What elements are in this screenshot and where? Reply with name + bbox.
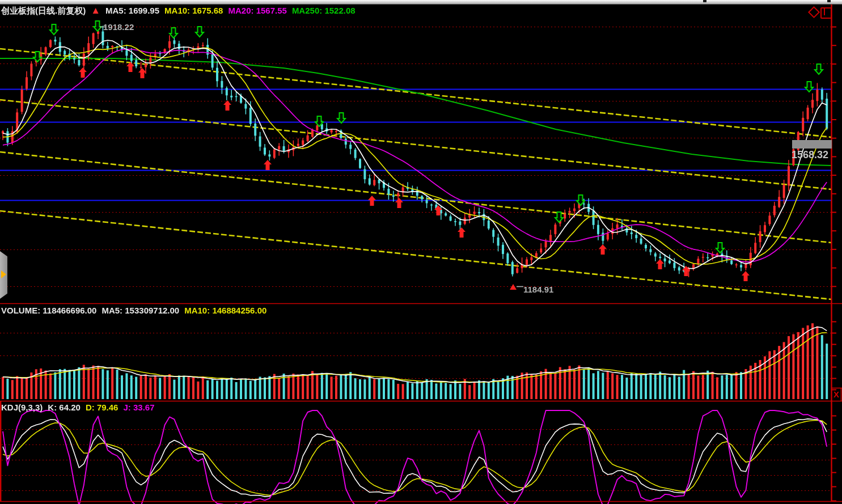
diamond-icon[interactable] — [809, 7, 819, 17]
stock-chart-window: 创业板指(日线.前复权)▲MA5: 1699.95MA10: 1675.68MA… — [0, 0, 842, 504]
symbol-title: 创业板指(日线.前复权) — [1, 6, 86, 15]
kdj-j-value: J: 33.67 — [123, 403, 154, 412]
volume-pane-header: VOLUME: 118466696.00MA5: 153309712.00MA1… — [1, 306, 272, 315]
sidebar-expand-tab[interactable] — [0, 251, 7, 299]
low-price-label: 1184.91 — [523, 285, 553, 294]
high-price-label: 1918.22 — [103, 22, 134, 32]
up-arrow-icon: ▲ — [91, 5, 100, 16]
window-top-strip — [0, 0, 842, 5]
chart-canvas[interactable] — [0, 0, 842, 504]
ma250-value: MA250: 1522.08 — [292, 6, 356, 15]
ma10-value: MA10: 1675.68 — [164, 6, 223, 15]
main-pane-header: 创业板指(日线.前复权)▲MA5: 1699.95MA10: 1675.68MA… — [1, 5, 361, 16]
strip-notch — [703, 0, 706, 2]
volume-ma10-value: MA10: 146884256.00 — [184, 306, 266, 315]
kdj-title: KDJ(9,3,3) — [1, 403, 43, 412]
volume-value: VOLUME: 118466696.00 — [1, 306, 96, 315]
kdj-pane-header: KDJ(9,3,3)K: 64.20D: 79.46J: 33.67 — [1, 403, 160, 412]
kdj-k-value: K: 64.20 — [48, 403, 81, 412]
volume-ma5-value: MA5: 153309712.00 — [101, 306, 179, 315]
expand-arrow-icon — [1, 270, 6, 278]
kdj-d-value: D: 79.46 — [86, 403, 119, 412]
price-tag-box — [792, 140, 832, 149]
last-price-label: 1568.32 — [792, 149, 828, 161]
strip-notch — [827, 0, 831, 2]
ma20-value: MA20: 1567.55 — [228, 6, 286, 15]
ma5-value: MA5: 1699.95 — [105, 6, 159, 15]
pane-close-icon[interactable]: X — [833, 389, 839, 399]
split-window-icon[interactable] — [820, 7, 832, 19]
